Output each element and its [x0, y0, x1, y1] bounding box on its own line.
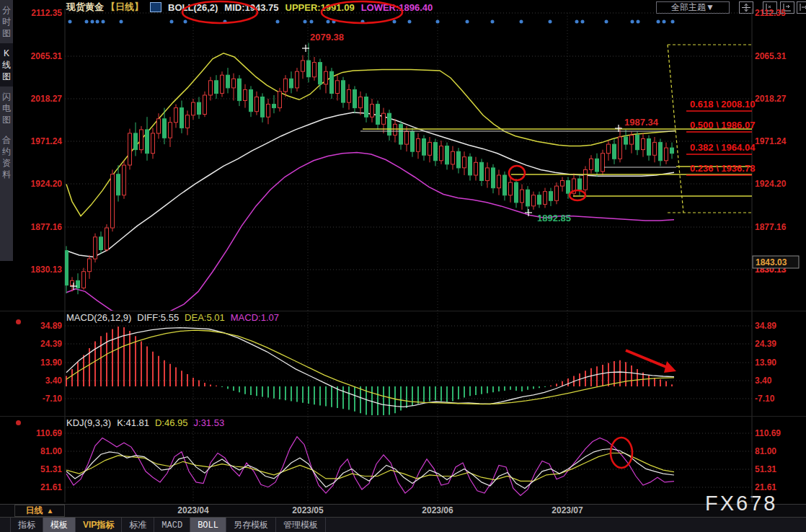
news-dot-icon: [96, 20, 99, 24]
news-dot-icon: [637, 20, 640, 24]
news-dot-icon: [436, 20, 440, 24]
svg-text:3.40: 3.40: [45, 376, 63, 386]
macd-pane: [66, 327, 674, 417]
main-pane: [65, 43, 676, 317]
news-dot-icon: [276, 20, 280, 24]
sidebar-item-contract-info[interactable]: 合约资料: [0, 130, 13, 185]
news-dot-icon: [491, 20, 495, 24]
svg-text:110.69: 110.69: [36, 428, 62, 438]
svg-text:2018.27: 2018.27: [31, 94, 63, 104]
news-dot-icon: [68, 20, 72, 24]
chart-header: 现货黄金 【日线】 BOLL(26,2) MID:1943.75 UPPER:1…: [66, 1, 433, 13]
news-dot-icon: [327, 20, 330, 24]
themes-dropdown[interactable]: 全部主题▼: [656, 1, 730, 14]
news-dot-icon: [581, 20, 585, 24]
news-dot-icon: [361, 20, 365, 24]
bottom-toolbar: 指标 模板 VIP指标 标准 MACD BOLL 另存模板 管理模板: [0, 517, 806, 532]
macd-indicator-name: MACD(26,12,9): [66, 312, 131, 323]
svg-text:34.89: 34.89: [755, 321, 776, 331]
news-dot-icon: [102, 20, 105, 24]
svg-text:13.90: 13.90: [40, 358, 62, 368]
period-up-arrow-icon: ▲: [47, 507, 54, 515]
news-dot-icon: [170, 20, 174, 24]
red-circle-annotation: [570, 190, 585, 200]
svg-text:51.31: 51.31: [40, 464, 62, 474]
kdj-d-value: D:46.95: [155, 417, 188, 428]
kdj-j-value: J:31.53: [194, 417, 225, 428]
pane-expand-icon[interactable]: [797, 1, 806, 14]
news-dot-icon: [304, 20, 307, 24]
red-arrow-annotation: [664, 361, 676, 373]
svg-text:2065.31: 2065.31: [31, 51, 63, 61]
news-dot-icon: [85, 20, 89, 24]
svg-text:0.500 \ 1986.07: 0.500 \ 1986.07: [690, 120, 755, 130]
sidebar-item-time-chart[interactable]: 分时图: [0, 0, 13, 43]
tab-macd[interactable]: MACD: [154, 518, 190, 532]
svg-text:34.89: 34.89: [40, 321, 62, 331]
macd-dea-value: DEA:5.01: [185, 312, 225, 323]
red-circle-annotation: [611, 438, 632, 468]
symbol-name: 现货黄金: [66, 1, 104, 14]
svg-text:0.236 \ 1936.78: 0.236 \ 1936.78: [690, 163, 755, 174]
svg-text:-7.10: -7.10: [755, 394, 775, 404]
tab-manage-templates[interactable]: 管理模板: [276, 518, 326, 532]
chart-canvas[interactable]: 0.618 \ 2008.100.500 \ 1986.070.382 \ 19…: [0, 0, 806, 532]
tab-boll[interactable]: BOLL: [190, 518, 226, 532]
red-circle-annotation: [509, 166, 525, 180]
watermark: FX678: [705, 492, 777, 515]
svg-text:81.00: 81.00: [755, 446, 776, 456]
svg-text:3.40: 3.40: [755, 376, 772, 386]
period-label: 日线: [26, 505, 43, 517]
news-dot-icon: [408, 20, 412, 24]
svg-text:1987.34: 1987.34: [624, 117, 659, 128]
news-dot-icon: [671, 20, 675, 24]
tab-templates[interactable]: 模板: [43, 518, 76, 532]
svg-text:2112.35: 2112.35: [31, 8, 62, 18]
kline-mini-icon: [150, 2, 161, 12]
svg-text:24.39: 24.39: [40, 339, 62, 349]
svg-text:21.61: 21.61: [40, 482, 62, 492]
macd-pane-marker-icon: [16, 319, 21, 324]
svg-text:1830.13: 1830.13: [755, 265, 787, 275]
news-dot-icon: [657, 20, 660, 24]
svg-text:81.00: 81.00: [40, 446, 62, 456]
svg-text:0.382 \ 1964.04: 0.382 \ 1964.04: [690, 142, 756, 153]
news-dot-icon: [310, 20, 314, 24]
period-selector[interactable]: 日线 ▲: [14, 505, 65, 517]
kdj-k-value: K:41.81: [117, 417, 149, 428]
candlestick-series: [65, 43, 674, 295]
svg-text:24.39: 24.39: [755, 339, 776, 349]
x-axis-strip: [0, 504, 806, 517]
news-dot-icon: [605, 20, 608, 24]
y-axis-scale-icon[interactable]: [763, 1, 777, 14]
boll-mid-value: MID:1943.75: [224, 2, 278, 13]
indicator-name: BOLL(26,2): [168, 2, 218, 13]
svg-text:2018.27: 2018.27: [755, 94, 787, 104]
news-dot-icon: [631, 20, 634, 24]
tab-save-template[interactable]: 另存模板: [226, 518, 276, 532]
macd-diff-value: DIFF:5.55: [137, 312, 179, 323]
kdj-pane-marker-icon: [16, 420, 21, 425]
svg-text:0.618 \ 2008.10: 0.618 \ 2008.10: [690, 99, 755, 110]
news-dot-icon: [184, 20, 187, 24]
crosshair-tool-icon[interactable]: [739, 1, 753, 14]
svg-text:1971.24: 1971.24: [31, 136, 63, 146]
last-price-badge: [753, 256, 799, 268]
kdj-pane: [66, 437, 674, 496]
news-dot-icon: [91, 20, 94, 24]
x-axis-scale-icon[interactable]: [780, 1, 794, 14]
tab-vip-indicators[interactable]: VIP指标: [76, 518, 122, 532]
sidebar-item-lightning-chart[interactable]: 闪电图: [0, 87, 13, 130]
svg-text:1830.13: 1830.13: [755, 265, 787, 275]
news-dot-icon: [120, 20, 123, 24]
svg-text:110.69: 110.69: [755, 428, 781, 438]
news-dot-icon: [223, 20, 227, 24]
news-dot-icon: [520, 20, 523, 24]
svg-text:1830.13: 1830.13: [31, 265, 63, 275]
news-dot-icon: [393, 20, 397, 24]
svg-text:1892.85: 1892.85: [537, 213, 571, 223]
sidebar-item-kline-chart[interactable]: K线图: [0, 43, 13, 87]
tab-indicators[interactable]: 指标: [10, 518, 43, 532]
tab-standard[interactable]: 标准: [122, 518, 154, 532]
news-dot-icon: [663, 20, 666, 24]
